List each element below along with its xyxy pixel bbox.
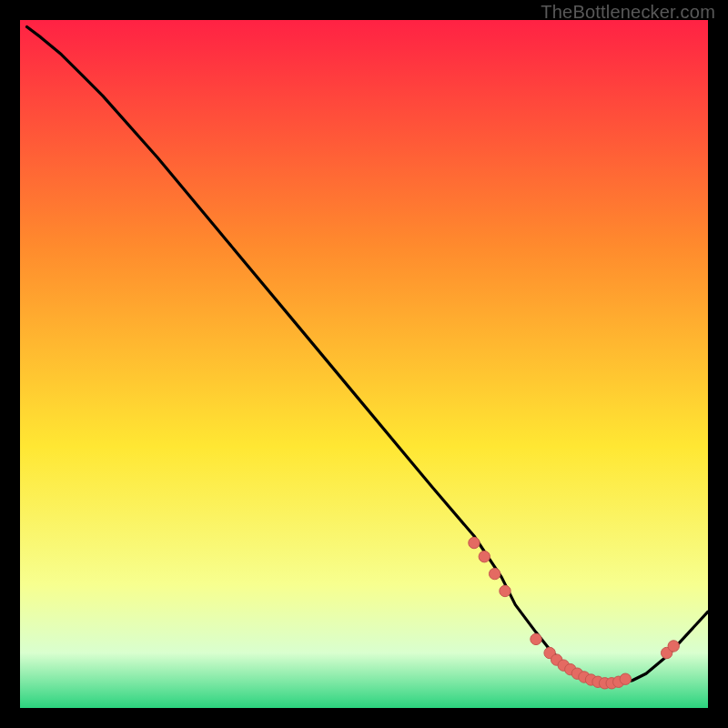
plot-area <box>20 20 708 708</box>
data-marker <box>500 585 511 596</box>
data-marker <box>668 641 679 652</box>
chart-svg <box>20 20 708 708</box>
data-marker <box>479 551 490 561</box>
data-marker <box>531 633 541 644</box>
data-marker <box>620 673 631 684</box>
svg-rect-0 <box>20 20 708 708</box>
chart-stage: TheBottlenecker.com <box>0 0 728 728</box>
data-marker <box>469 537 480 548</box>
data-marker <box>489 568 500 579</box>
